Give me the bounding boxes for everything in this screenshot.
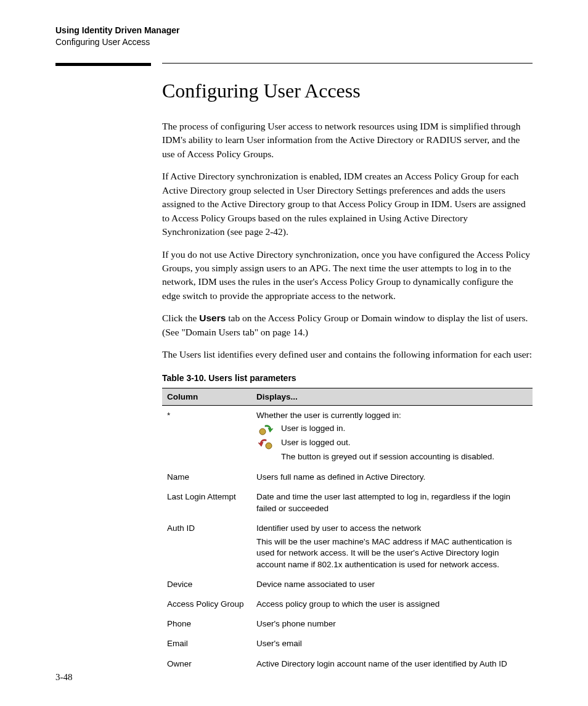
paragraph-2: If Active Directory synchronization is e… [162, 170, 533, 239]
running-header: Using Identity Driven Manager Configurin… [55, 25, 533, 48]
svg-point-1 [266, 443, 272, 449]
users-list-parameters-table: Column Displays... * Whether the user is… [162, 388, 533, 674]
cell-column: Auth ID [162, 519, 251, 575]
cell-column: Access Policy Group [162, 594, 251, 614]
cell-displays: Date and time the user last attempted to… [251, 487, 533, 518]
table-row: Auth ID Identifier used by user to acces… [162, 519, 533, 575]
cell-displays: Whether the user is currently logged in:… [251, 405, 533, 467]
table-caption: Table 3-10. Users list parameters [162, 373, 533, 383]
table-row: Last Login Attempt Date and time the use… [162, 487, 533, 518]
cell-displays: Identifier used by user to access the ne… [251, 519, 533, 575]
cell-column: Name [162, 467, 251, 487]
table-row: Phone User's phone number [162, 614, 533, 634]
table-head-column: Column [162, 388, 251, 405]
cell-column: Email [162, 634, 251, 654]
logged-note-text: The button is greyed out if session acco… [281, 451, 494, 462]
cell-displays: User's email [251, 634, 533, 654]
header-section: Configuring User Access [55, 36, 533, 48]
logged-in-intro: Whether the user is currently logged in: [256, 410, 528, 421]
table-row: Owner Active Directory login account nam… [162, 654, 533, 674]
cell-column: Device [162, 575, 251, 594]
svg-point-0 [259, 429, 266, 435]
cell-displays: Active Directory login account name of t… [251, 654, 533, 674]
cell-column: Phone [162, 614, 251, 634]
cell-displays: Access policy group to which the user is… [251, 594, 533, 614]
table-row: Device Device name associated to user [162, 575, 533, 594]
authid-line2: This will be the user machine's MAC addr… [256, 536, 528, 570]
cell-displays: Device name associated to user [251, 575, 533, 594]
cell-column: Owner [162, 654, 251, 674]
user-logged-in-icon [256, 423, 275, 435]
p4-prefix: Click the [162, 313, 199, 323]
header-chapter: Using Identity Driven Manager [55, 25, 533, 36]
table-row: Name Users full name as defined in Activ… [162, 467, 533, 487]
paragraph-1: The process of configuring User access t… [162, 120, 533, 161]
paragraph-5: The Users list identifies every defined … [162, 348, 533, 361]
cell-displays: User's phone number [251, 614, 533, 634]
logged-in-text: User is logged in. [281, 423, 345, 434]
paragraph-3: If you do not use Active Directory synch… [162, 248, 533, 303]
logged-out-text: User is logged out. [281, 437, 351, 448]
authid-line1: Identifier used by user to access the ne… [256, 523, 528, 534]
paragraph-4: Click the Users tab on the Access Policy… [162, 311, 533, 339]
section-rule [55, 63, 533, 66]
cell-displays: Users full name as defined in Active Dir… [251, 467, 533, 487]
page-title: Configuring User Access [162, 80, 533, 102]
table-row: Email User's email [162, 634, 533, 654]
table-row: * Whether the user is currently logged i… [162, 405, 533, 467]
user-logged-out-icon [256, 437, 275, 449]
table-row: Access Policy Group Access policy group … [162, 594, 533, 614]
page-number: 3-48 [55, 672, 73, 683]
cell-column: Last Login Attempt [162, 487, 251, 518]
users-tab-label: Users [199, 313, 226, 323]
cell-column: * [162, 405, 251, 467]
table-head-displays: Displays... [251, 388, 533, 405]
